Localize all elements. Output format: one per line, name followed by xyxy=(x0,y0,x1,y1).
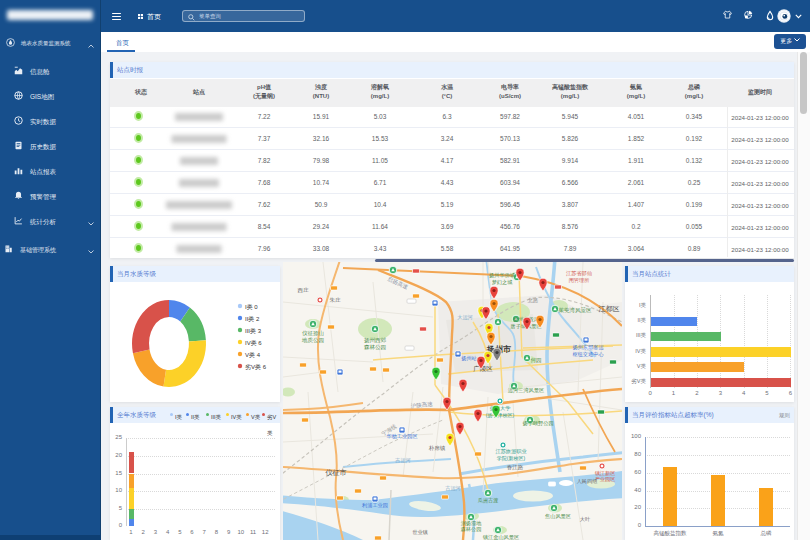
svg-text:劣V类 6: 劣V类 6 xyxy=(245,364,267,371)
svg-text:何园: 何园 xyxy=(531,357,542,364)
svg-text:II类 2: II类 2 xyxy=(245,316,260,322)
svg-text:枢纽交通中心: 枢纽交通中心 xyxy=(572,351,604,357)
svg-text:梦幻之城: 梦幻之城 xyxy=(492,279,513,286)
svg-text:焦山风景区: 焦山风景区 xyxy=(545,513,571,519)
svg-text:V类 4: V类 4 xyxy=(245,352,261,358)
svg-text:扬州站: 扬州站 xyxy=(461,355,477,362)
svg-text:森林公园: 森林公园 xyxy=(364,344,386,351)
svg-text:北路: 北路 xyxy=(527,297,538,304)
svg-text:江苏旅游职业: 江苏旅游职业 xyxy=(495,448,527,455)
svg-text:朱庄: 朱庄 xyxy=(330,297,342,303)
svg-text:茱萸湾风景区: 茱萸湾风景区 xyxy=(559,307,593,314)
svg-text:西庄: 西庄 xyxy=(298,287,310,294)
svg-text:扬州东部客运: 扬州东部客运 xyxy=(572,344,603,351)
svg-text:(扬子津校区): (扬子津校区) xyxy=(486,412,515,419)
svg-text:扬子颐野公园: 扬子颐野公园 xyxy=(522,420,553,427)
svg-text:III类 3: III类 3 xyxy=(245,328,262,334)
svg-text:华糖工业园区: 华糖工业园区 xyxy=(386,433,417,440)
svg-text:人民四组: 人民四组 xyxy=(577,478,598,484)
svg-text:吉运河: 吉运河 xyxy=(394,457,411,464)
svg-text:朴席镇: 朴席镇 xyxy=(428,445,446,451)
svg-text:春江路: 春江路 xyxy=(507,464,524,471)
svg-text:世业镇: 世业镇 xyxy=(412,529,428,535)
svg-text:运河三湾风景区: 运河三湾风景区 xyxy=(508,387,544,394)
svg-text:大叶: 大叶 xyxy=(580,516,591,522)
svg-text:扬州西郊: 扬州西郊 xyxy=(364,337,387,344)
svg-text:I类 0: I类 0 xyxy=(245,304,258,310)
svg-text:IV类 6: IV类 6 xyxy=(245,340,262,346)
svg-text:学院(新校区): 学院(新校区) xyxy=(497,455,526,462)
svg-text:产业园区: 产业园区 xyxy=(595,476,616,482)
svg-text:利浦工业园: 利浦工业园 xyxy=(362,502,388,509)
svg-text:闸管理所: 闸管理所 xyxy=(569,277,590,284)
svg-text:森林公园: 森林公园 xyxy=(461,526,482,532)
svg-text:古运河: 古运河 xyxy=(445,485,461,492)
svg-text:地质公园: 地质公园 xyxy=(301,337,324,344)
svg-text:镇江金山风景区: 镇江金山风景区 xyxy=(483,534,519,540)
svg-text:瓜洲古渡: 瓜洲古渡 xyxy=(478,497,499,504)
svg-text:大运河: 大运河 xyxy=(457,314,473,321)
svg-text:扬州华侨城: 扬州华侨城 xyxy=(489,272,515,279)
svg-text:仪征市: 仪征市 xyxy=(326,468,347,477)
svg-text:仪征捺山: 仪征捺山 xyxy=(302,330,324,337)
svg-text:江都区: 江都区 xyxy=(599,305,620,313)
svg-text:江苏省邵仙: 江苏省邵仙 xyxy=(566,270,592,277)
